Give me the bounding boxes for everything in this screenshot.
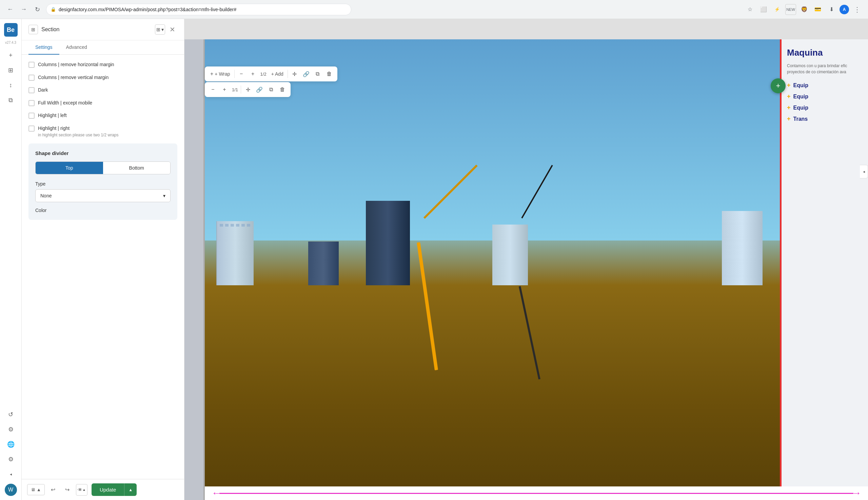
shape-divider-section: Shape divider Top Bottom Type None ▾ Col… xyxy=(28,144,177,220)
update-button[interactable]: Update xyxy=(92,484,124,496)
checkbox-dark-input[interactable] xyxy=(28,87,35,93)
toolbar-copy-button[interactable]: ⧉ xyxy=(312,69,323,79)
preview-button[interactable]: 👁 ▲ xyxy=(76,484,88,496)
redo-button[interactable]: ↪ xyxy=(62,484,73,496)
type-value: None xyxy=(40,193,51,198)
arrow-right-button[interactable]: → xyxy=(852,488,861,499)
toolbar-minus2-button[interactable]: − xyxy=(208,84,218,95)
forward-button[interactable]: → xyxy=(19,5,28,14)
back-button[interactable]: ← xyxy=(5,5,15,14)
toolbar-wrap-button[interactable]: + + Wrap xyxy=(208,69,233,79)
star-button[interactable]: ☆ xyxy=(744,4,755,15)
checkbox-full-width: Full Width | except mobile xyxy=(28,100,177,106)
tab-advanced[interactable]: Advanced xyxy=(59,41,94,55)
list-label-3: Equip xyxy=(794,105,808,111)
plus-icon-1: + xyxy=(787,82,791,89)
tab-search-button[interactable]: ⬜ xyxy=(758,4,769,15)
settings-panel: ⊞ Section ⊞ ▾ ✕ Settings Advanced Column… xyxy=(22,19,184,500)
checkbox-dark: Dark xyxy=(28,87,177,94)
checkbox-dark-label: Dark xyxy=(38,87,48,94)
new-button[interactable]: NEW xyxy=(785,4,796,15)
toolbar-fraction1: 1/2 xyxy=(259,71,268,77)
plus-icon-2: + xyxy=(787,93,791,100)
download-button[interactable]: ⬇ xyxy=(826,4,837,15)
section-icon: ⊞ xyxy=(28,25,38,34)
grid-button[interactable]: ⊞ xyxy=(4,64,18,77)
profile-avatar[interactable]: A xyxy=(840,5,849,14)
list-label-4: Trans xyxy=(794,116,808,122)
icon-bar: Be v27.4.3 + ⊞ ↕ ⧉ ↺ ⚙ 🌐 ⚙ ◂ W xyxy=(0,19,22,500)
wallet-button[interactable]: 💳 xyxy=(812,4,823,15)
plus-icon-4: + xyxy=(787,115,791,123)
hide-panel-button[interactable]: ◂ xyxy=(860,165,868,179)
top-tab-button[interactable]: Top xyxy=(36,162,103,174)
right-panel-desc: Contamos con u para brindar efic proyect… xyxy=(787,63,863,75)
checkbox-col-remove-v-input[interactable] xyxy=(28,75,35,81)
add-element-button[interactable]: + xyxy=(4,48,18,62)
wordpress-logo[interactable]: W xyxy=(5,484,17,496)
toolbar-add-label: + Add xyxy=(271,71,283,77)
address-bar[interactable]: 🔒 designfactory.com.mx/PIMOSA/wp-admin/p… xyxy=(46,4,351,15)
toolbar-separator-2 xyxy=(288,70,288,78)
extensions-button[interactable]: ⚡ xyxy=(772,4,783,15)
add-section-button[interactable]: + xyxy=(771,78,786,93)
toolbar-delete-button[interactable]: 🗑 xyxy=(324,69,335,79)
update-button-group: Update ▲ xyxy=(92,484,137,496)
url-text: designfactory.com.mx/PIMOSA/wp-admin/pos… xyxy=(59,7,347,12)
toolbar-copy2-button[interactable]: ⧉ xyxy=(266,84,276,95)
checkbox-highlight-right-sublabel: in highlight section please use two 1/2 … xyxy=(38,133,118,137)
toolbar-delete2-button[interactable]: 🗑 xyxy=(277,84,288,95)
toolbar-minus1-button[interactable]: − xyxy=(236,69,247,79)
wrap-label: + Wrap xyxy=(215,71,230,77)
right-list-item-3: + Equip xyxy=(787,104,863,111)
collapse-sidebar-button[interactable]: ◂ xyxy=(4,467,18,481)
layers-button[interactable]: ⧉ xyxy=(4,93,18,107)
panel-close-button[interactable]: ✕ xyxy=(167,24,177,35)
sliders-button[interactable]: ⚙ xyxy=(4,423,18,436)
settings-button[interactable]: ⚙ xyxy=(4,453,18,466)
main-layout: Be v27.4.3 + ⊞ ↕ ⧉ ↺ ⚙ 🌐 ⚙ ◂ W ⊞ Section… xyxy=(0,19,868,500)
toolbar-add-button[interactable]: + Add xyxy=(268,69,286,79)
ground-area xyxy=(205,285,780,486)
construction-image xyxy=(205,39,780,486)
panel-layout-button[interactable]: ⊞ ▾ xyxy=(155,24,165,35)
list-label-2: Equip xyxy=(794,94,808,100)
toolbar-move2-button[interactable]: ✛ xyxy=(242,84,253,95)
toolbar-separator-3 xyxy=(241,86,241,94)
checkbox-highlight-left-label: Highlight | left xyxy=(38,112,67,119)
brave-button[interactable]: 🦁 xyxy=(799,4,810,15)
type-dropdown[interactable]: None ▾ xyxy=(35,189,171,202)
canvas-area: + + Wrap − + 1/2 + Add ✛ 🔗 ⧉ 🗑 − + 1/1 ✛… xyxy=(184,19,868,500)
import-export-button[interactable]: ↕ xyxy=(4,78,18,92)
toolbar-plus2-button[interactable]: + xyxy=(219,84,230,95)
canvas-left-bar xyxy=(184,39,205,500)
checkbox-col-remove-h: Columns | remove horizontal margin xyxy=(28,61,177,68)
canvas-content: Maquina Contamos con u para brindar efic… xyxy=(184,39,868,500)
shape-divider-title: Shape divider xyxy=(35,150,171,156)
device-selector-button[interactable]: 🖥 ▲ xyxy=(27,484,45,495)
toolbar-plus1-button[interactable]: + xyxy=(247,69,258,79)
device-arrow-icon: ▲ xyxy=(37,487,41,492)
checkbox-highlight-right-input[interactable] xyxy=(28,125,35,132)
preview-arrow-icon: ▲ xyxy=(82,488,86,491)
checkbox-highlight-left-input[interactable] xyxy=(28,113,35,119)
globe-button[interactable]: 🌐 xyxy=(4,438,18,451)
undo-button[interactable]: ↩ xyxy=(47,484,59,496)
refresh-button[interactable]: ↻ xyxy=(33,5,42,14)
tab-settings[interactable]: Settings xyxy=(28,41,59,55)
toolbar-link2-button[interactable]: 🔗 xyxy=(254,84,265,95)
browser-chrome: ← → ↻ 🔒 designfactory.com.mx/PIMOSA/wp-a… xyxy=(0,0,868,19)
toolbar-fraction2: 1/1 xyxy=(231,87,239,92)
toolbar-link-button[interactable]: 🔗 xyxy=(301,69,312,79)
panel-footer: 🖥 ▲ ↩ ↪ 👁 ▲ Update ▲ xyxy=(22,479,184,500)
list-label-1: Equip xyxy=(794,82,808,89)
bottom-tab-button[interactable]: Bottom xyxy=(103,162,171,174)
history-button[interactable]: ↺ xyxy=(4,408,18,421)
update-dropdown-button[interactable]: ▲ xyxy=(124,484,137,496)
type-label: Type xyxy=(35,181,171,186)
menu-button[interactable]: ⋮ xyxy=(852,4,863,15)
panel-tabs: Settings Advanced xyxy=(22,41,184,55)
checkbox-full-width-input[interactable] xyxy=(28,100,35,106)
checkbox-col-remove-h-input[interactable] xyxy=(28,62,35,68)
toolbar-move-button[interactable]: ✛ xyxy=(289,69,300,79)
